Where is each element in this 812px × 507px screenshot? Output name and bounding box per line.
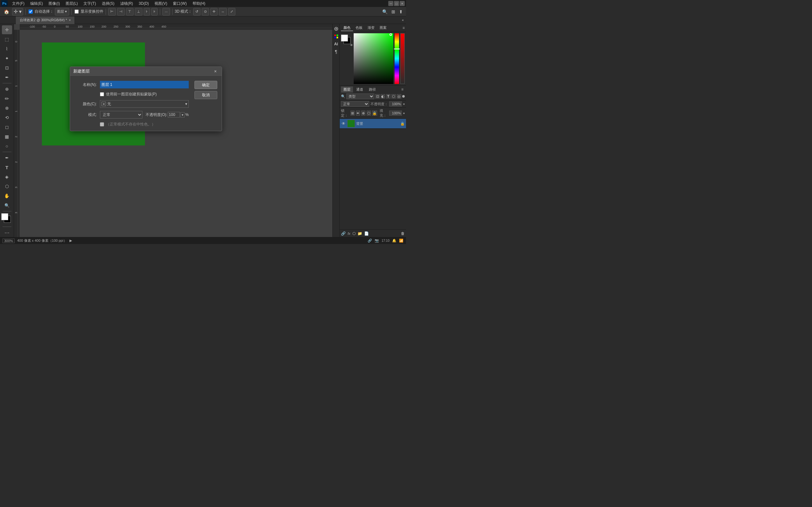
layer-fx-btn[interactable]: fx	[348, 232, 351, 235]
eyedropper-tool[interactable]: ✒	[2, 73, 12, 82]
color-picker-icon[interactable]	[334, 25, 339, 32]
dialog-ok-btn[interactable]: 确定	[194, 81, 217, 89]
arrange-icon[interactable]: ⊞	[390, 9, 397, 14]
foreground-color-swatch[interactable]	[1, 213, 8, 220]
3d-pan[interactable]: ✛	[210, 8, 217, 15]
shape-tool[interactable]: ⬡	[2, 182, 12, 191]
create-layer-btn[interactable]: 📄	[364, 231, 369, 236]
eraser-tool[interactable]: ◻	[2, 123, 12, 131]
history-tool[interactable]: ⟲	[2, 113, 12, 122]
dialog-color-select[interactable]: ✕ 无 ▾	[100, 100, 189, 108]
color-gradient-picker[interactable]	[354, 33, 393, 84]
hue-bar[interactable]	[395, 33, 399, 84]
dialog-opacity-input[interactable]	[168, 112, 180, 118]
ai-icon[interactable]: Ai	[334, 41, 339, 48]
type-filter-icon[interactable]: T	[386, 94, 391, 99]
add-mask-btn[interactable]: ⬡	[352, 231, 356, 236]
adj-filter-icon[interactable]: ◐	[380, 94, 385, 99]
swatch-icon[interactable]	[334, 33, 339, 40]
tab-close-icon[interactable]: ×	[69, 18, 71, 22]
spot-heal-tool[interactable]: ⊕	[2, 84, 12, 94]
fill-input[interactable]	[389, 111, 402, 116]
align-right[interactable]: ⊤	[126, 8, 134, 15]
menu-image[interactable]: 图像(I)	[46, 0, 62, 7]
move-tool[interactable]: ✛	[2, 25, 12, 34]
shape-filter-icon[interactable]: ⬡	[392, 94, 396, 99]
panel-collapse[interactable]: «	[400, 16, 406, 24]
tab-color[interactable]: 颜色	[341, 25, 353, 31]
link-layers-btn[interactable]: 🔗	[341, 231, 346, 236]
3d-slide[interactable]: ↔	[219, 8, 227, 15]
gradient-tool[interactable]: ▦	[2, 132, 12, 141]
select-rect-tool[interactable]: ⬚	[2, 35, 12, 44]
use-prev-layer-checkbox[interactable]	[100, 92, 104, 96]
text-tool[interactable]: T	[2, 163, 12, 172]
lock-frame-icon[interactable]: ⬡	[367, 111, 371, 116]
layer-visibility-eye[interactable]: 👁	[341, 121, 346, 126]
status-arrow[interactable]: ▶	[69, 239, 72, 243]
layers-tab-paths[interactable]: 路径	[366, 87, 378, 93]
dodge-tool[interactable]: ○	[2, 142, 12, 151]
layers-panel-menu[interactable]: ≡	[400, 87, 405, 93]
lock-all-icon[interactable]: 🔒	[372, 111, 377, 116]
create-group-btn[interactable]: 📁	[357, 231, 362, 236]
align-center-v[interactable]: ⊦	[144, 8, 150, 15]
more-tools-btn[interactable]: ⋯	[2, 228, 12, 237]
menu-help[interactable]: 帮助(H)	[190, 0, 208, 7]
fill-arrow[interactable]: ▾	[403, 112, 405, 115]
move-tool-options[interactable]: ✛ ▾	[12, 8, 23, 15]
layer-dropdown[interactable]: 图层 ▾	[55, 8, 69, 15]
hand-tool[interactable]: ✋	[2, 191, 12, 200]
lock-pixel-icon[interactable]: ⊞	[351, 111, 355, 116]
transform-checkbox[interactable]	[74, 9, 79, 14]
align-left[interactable]: ⊢	[108, 8, 116, 15]
smart-filter-icon[interactable]: ◎	[397, 94, 401, 99]
dialog-close-btn[interactable]: ×	[212, 68, 218, 74]
pen-tool[interactable]: ✒	[2, 153, 12, 162]
filter-type-select[interactable]: 类型	[346, 94, 374, 99]
layers-tab-layers[interactable]: 图层	[341, 87, 353, 93]
3d-rotate[interactable]: ↺	[193, 8, 200, 15]
paragraph-icon[interactable]: ¶	[334, 48, 339, 55]
dialog-mode-select[interactable]: 正常	[100, 111, 142, 118]
opacity-input[interactable]	[389, 101, 402, 107]
menu-edit[interactable]: 编辑(E)	[28, 0, 45, 7]
opacity-arrow[interactable]: ▾	[403, 102, 405, 106]
search-icon[interactable]: 🔍	[381, 9, 389, 14]
align-center-h[interactable]: ⊣	[117, 8, 125, 15]
menu-select[interactable]: 选择(S)	[99, 0, 117, 7]
distribute-more[interactable]: ···	[162, 8, 170, 15]
lock-position-icon[interactable]: ✒	[356, 111, 360, 116]
menu-layer[interactable]: 图层(L)	[63, 0, 81, 7]
share-icon[interactable]: ⬆	[398, 9, 404, 14]
dialog-cancel-btn[interactable]: 取消	[194, 91, 217, 99]
3d-roll[interactable]: ⊙	[202, 8, 209, 15]
crop-tool[interactable]: ⊡	[2, 63, 12, 72]
path-select-tool[interactable]: ◈	[2, 172, 12, 181]
blend-mode-select[interactable]: 正常	[341, 101, 369, 107]
layers-tab-channels[interactable]: 通道	[354, 87, 366, 93]
color-swatch-fg-mini[interactable]	[341, 35, 348, 42]
lasso-tool[interactable]: ⌇	[2, 44, 12, 53]
menu-window[interactable]: 窗口(W)	[170, 0, 189, 7]
menu-filter[interactable]: 滤镜(R)	[118, 0, 136, 7]
neutral-color-checkbox[interactable]	[100, 122, 104, 126]
pixel-filter-icon[interactable]: ⊡	[375, 94, 380, 99]
menu-view[interactable]: 视图(V)	[152, 0, 170, 7]
align-bottom[interactable]: ⊧	[151, 8, 158, 15]
dialog-name-input[interactable]	[100, 81, 189, 89]
menu-file[interactable]: 文件(F)	[9, 0, 27, 7]
layer-item-background[interactable]: 👁 背景 🔒	[340, 119, 406, 129]
window-maximize[interactable]: □	[394, 1, 399, 6]
color-swatches[interactable]	[1, 213, 13, 225]
clone-tool[interactable]: ⊗	[2, 104, 12, 112]
document-tab[interactable]: 台球效果2 @ 300%(RGB/8#) * ×	[16, 16, 75, 24]
window-close[interactable]: ×	[400, 1, 405, 6]
align-top[interactable]: ⊥	[135, 8, 142, 15]
panel-menu-icon[interactable]: ≡	[403, 26, 405, 30]
opacity-gradient-bar[interactable]	[400, 33, 405, 84]
3d-scale[interactable]: ⤢	[228, 8, 235, 15]
auto-select-checkbox[interactable]	[29, 9, 33, 14]
zoom-tool[interactable]: 🔍	[2, 201, 12, 210]
menu-3d[interactable]: 3D(D)	[136, 1, 151, 6]
